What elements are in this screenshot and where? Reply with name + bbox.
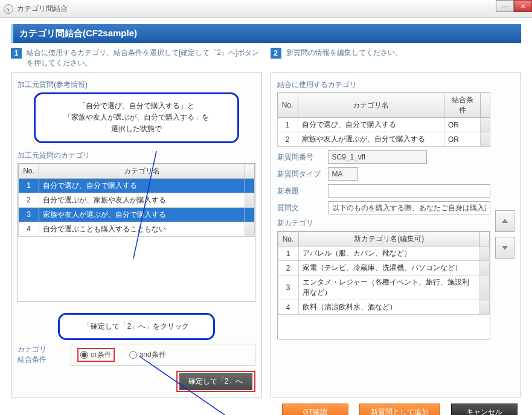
qtext-label: 質問文	[277, 203, 322, 213]
qnum-label: 新質問番号	[277, 152, 322, 162]
qtype-label: 新質問タイプ	[277, 169, 322, 179]
annotation-bubble-2: 「確定して「2」へ」をクリック	[58, 313, 215, 340]
step1-text: 結合に使用するカテゴリ、結合条件を選択して[確定して「2」へ]ボタンを押してくだ…	[27, 48, 262, 68]
newcat-label: 新カテゴリ	[277, 218, 491, 228]
row-no: 3	[19, 207, 39, 222]
col-name: カテゴリ名	[39, 164, 245, 178]
step2-header: 2 新質問の情報を編集してください。	[271, 48, 522, 68]
qtext-field[interactable]	[328, 201, 491, 214]
radio-or[interactable]: or条件	[80, 350, 112, 360]
use-col-name: カテゴリ名	[298, 93, 444, 118]
use-category-table: No. カテゴリ名 結合条件 1自分で選び、自分で購入するOR2家族や友人が選ぶ…	[277, 92, 491, 147]
row-no: 2	[19, 193, 39, 207]
row-no: 1	[19, 178, 39, 193]
row-name: 自分で選ぶことも購入することもない	[39, 222, 245, 236]
add-question-button[interactable]: 新質問として追加	[359, 404, 440, 415]
category-list[interactable]: No. カテゴリ名 1自分で選び、自分で購入する2自分で選ぶが、家族や友人が購入…	[18, 163, 255, 302]
step1-header: 1 結合に使用するカテゴリ、結合条件を選択して[確定して「2」へ]ボタンを押して…	[11, 48, 262, 68]
step1-badge: 1	[11, 48, 22, 59]
row-name: 家族や友人が選ぶが、自分で購入する	[39, 207, 245, 222]
qtype-field: MA	[328, 167, 358, 181]
source-question-label: 加工元質問(参考情報)	[18, 80, 255, 90]
row-name: 自分で選ぶが、家族や友人が購入する	[39, 193, 245, 207]
radio-and[interactable]: and条件	[129, 348, 166, 362]
page-title: カテゴリ間結合(CF2sample)	[11, 24, 521, 43]
confirm-button[interactable]: 確定して「2」へ	[179, 373, 252, 390]
qtitle-field[interactable]	[328, 184, 491, 198]
col-no: No.	[19, 164, 39, 178]
newcat-row[interactable]: 2家電（テレビ、冷蔵庫、洗濯機、パソコンなど）	[278, 261, 490, 275]
step2-badge: 2	[271, 48, 281, 59]
or-highlight: or条件	[77, 348, 115, 362]
gt-confirm-button[interactable]: GT確認	[282, 404, 348, 415]
scrollbar-head	[481, 93, 490, 118]
use-category-label: 結合に使用するカテゴリ	[277, 80, 491, 90]
qtitle-label: 新表題	[277, 186, 322, 196]
use-col-no: No.	[277, 93, 298, 118]
confirm-highlight: 確定して「2」へ	[176, 371, 255, 392]
annotation-bubble-2-text: 「確定して「2」へ」をクリック	[83, 322, 189, 330]
minimize-button[interactable]: —	[496, 0, 514, 12]
move-up-button[interactable]	[495, 210, 514, 232]
newcat-list[interactable]: No. 新カテゴリ名(編集可) 1アパレル（服、カバン、靴など）2家電（テレビ、…	[277, 231, 491, 339]
left-panel: 加工元質問(参考情報) 「自分で選び、自分で購入する」と 「家族や友人が選ぶが、…	[11, 72, 262, 397]
newcat-col-name: 新カテゴリ名(編集可)	[298, 232, 480, 246]
category-row[interactable]: 3家族や友人が選ぶが、自分で購入する	[19, 207, 255, 222]
row-name: 自分で選び、自分で購入する	[39, 178, 245, 193]
category-table: No. カテゴリ名 1自分で選び、自分で購入する2自分で選ぶが、家族や友人が購入…	[18, 164, 255, 237]
close-button[interactable]: ✕	[514, 0, 532, 12]
use-col-cond: 結合条件	[444, 93, 481, 118]
cancel-button[interactable]: キャンセル	[451, 404, 518, 415]
newcat-row[interactable]: 3エンタメ・レジャー（各種イベント、旅行、施設利用など）	[278, 275, 490, 300]
condition-row: カテゴリ 結合条件 or条件 and条件	[18, 344, 255, 366]
move-down-button[interactable]	[495, 237, 514, 259]
use-row[interactable]: 2家族や友人が選ぶが、自分で購入するOR	[277, 132, 490, 147]
scrollbar-head	[480, 232, 490, 246]
app-icon	[4, 4, 13, 14]
newcat-col-no: No.	[278, 232, 298, 246]
qnum-field[interactable]	[328, 150, 427, 164]
category-row[interactable]: 4自分で選ぶことも購入することもない	[19, 222, 255, 236]
window-title: カテゴリ間結合	[17, 4, 68, 14]
scrollbar-head	[245, 164, 254, 178]
source-category-label: 加工元質問のカテゴリ	[18, 150, 255, 161]
category-row[interactable]: 1自分で選び、自分で購入する	[19, 178, 255, 193]
newcat-table: No. 新カテゴリ名(編集可) 1アパレル（服、カバン、靴など）2家電（テレビ、…	[278, 231, 490, 315]
category-row[interactable]: 2自分で選ぶが、家族や友人が購入する	[19, 193, 255, 207]
newcat-row[interactable]: 1アパレル（服、カバン、靴など）	[278, 246, 490, 261]
window-buttons: — ✕	[496, 0, 532, 12]
condition-label: カテゴリ 結合条件	[18, 344, 62, 365]
right-panel: 結合に使用するカテゴリ No. カテゴリ名 結合条件 1自分で選び、自分で購入す…	[271, 72, 522, 397]
condition-radio-group: or条件 and条件	[71, 344, 255, 366]
use-row[interactable]: 1自分で選び、自分で購入するOR	[277, 118, 490, 132]
footer-buttons: GT確認 新質問として追加 キャンセル	[11, 404, 521, 415]
annotation-bubble-1: 「自分で選び、自分で購入する」と 「家族や友人が選ぶが、自分で購入する」を 選択…	[34, 92, 239, 143]
newcat-row[interactable]: 4飲料（清涼飲料水、酒など）	[278, 300, 490, 315]
annotation-bubble-1-text: 「自分で選び、自分で購入する」と 「家族や友人が選ぶが、自分で購入する」を 選択…	[64, 101, 209, 133]
row-no: 4	[19, 222, 39, 236]
step2-text: 新質問の情報を編集してください。	[286, 48, 402, 58]
titlebar: カテゴリ間結合 — ✕	[0, 0, 532, 18]
reorder-buttons	[495, 77, 514, 392]
